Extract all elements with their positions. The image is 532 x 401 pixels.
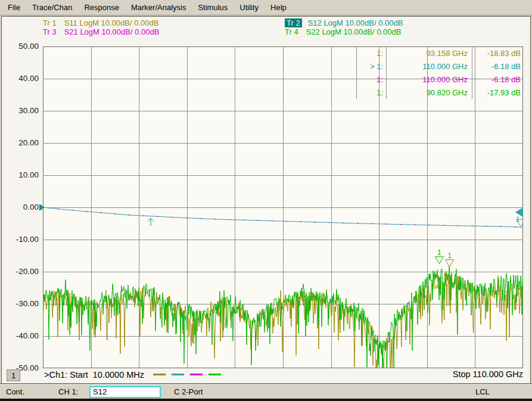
channel-badge[interactable]: 1 xyxy=(7,369,20,381)
local-remote-status: LCL xyxy=(475,387,490,396)
marker-value: -6.18 dB xyxy=(472,60,523,73)
trace-legend-row-2: Tr 3 S21 LogM 10.00dB/ 0.00dB Tr 4 S22 L… xyxy=(43,27,524,36)
stop-frequency-label[interactable]: Stop 110.000 GHz xyxy=(398,369,523,380)
trace-legend-row-1: Tr 1 S11 LogM 10.00dB/ 0.00dB Tr 2 S12 L… xyxy=(43,18,524,27)
trace-id-tr2[interactable]: Tr 2 xyxy=(285,18,302,27)
marker-frequency: 90.820 GHz xyxy=(386,86,472,99)
svg-text:1: 1 xyxy=(437,248,441,257)
screen-bottom-edge xyxy=(0,399,532,401)
y-axis-label: 50.00 xyxy=(4,42,39,51)
vna-application-window: File Trace/Chan Response Marker/Analysis… xyxy=(0,0,532,401)
stimulus-start-group: >Ch1: Start 10.0000 MHz xyxy=(44,369,221,380)
menu-bar: File Trace/Chan Response Marker/Analysis… xyxy=(0,0,532,15)
trace-id-tr4[interactable]: Tr 4 xyxy=(285,27,300,36)
trace-dash-tr4 xyxy=(209,374,221,375)
trace-status-tr4[interactable]: Tr 4 S22 LogM 10.00dB/ 0.00dB xyxy=(285,27,401,36)
svg-text:1: 1 xyxy=(447,251,452,260)
marker-readout-tr2: > 1: 110.000 GHz -6.18 dB xyxy=(356,60,523,73)
trace-format-tr1: S11 LogM 10.00dB/ 0.00dB xyxy=(64,18,159,27)
y-axis-label: -40.00 xyxy=(4,331,39,341)
trace-dash-tr2 xyxy=(172,374,184,375)
y-axis-label: 40.00 xyxy=(4,74,39,83)
marker-readout-table: 1: 93.158 GHz -18.83 dB > 1: 110.000 GHz… xyxy=(356,46,523,99)
menu-help[interactable]: Help xyxy=(265,1,293,14)
trace-dash-tr1 xyxy=(153,374,166,375)
marker-frequency: 110.000 GHz xyxy=(386,60,472,73)
measurement-field[interactable]: S12 xyxy=(89,386,161,398)
channel-label: CH 1: xyxy=(58,387,86,396)
y-axis-label: -10.00 xyxy=(4,235,39,244)
marker-frequency: 110.000 GHz xyxy=(386,73,472,86)
menu-file[interactable]: File xyxy=(2,1,26,14)
menu-trace-chan[interactable]: Trace/Chan xyxy=(26,1,78,14)
menu-marker-analysis[interactable]: Marker/Analysis xyxy=(125,1,192,14)
start-frequency-label[interactable]: >Ch1: Start 10.0000 MHz xyxy=(44,370,144,380)
marker-number: > 1: xyxy=(356,60,386,73)
trace-id-tr3[interactable]: Tr 3 xyxy=(43,27,58,36)
menu-response[interactable]: Response xyxy=(78,1,125,14)
y-axis-label: 0.00 xyxy=(4,203,39,212)
sweep-status: Cont. xyxy=(6,387,58,396)
marker-readout-tr1: 1: 93.158 GHz -18.83 dB xyxy=(356,46,523,60)
trace-format-tr3: S21 LogM 10.00dB/ 0.00dB xyxy=(64,27,160,36)
menu-utility[interactable]: Utility xyxy=(234,1,265,14)
y-axis-label: -30.00 xyxy=(4,299,39,309)
marker-value: -17.93 dB xyxy=(472,86,523,99)
marker-readout-tr4: 1: 90.820 GHz -17.93 dB xyxy=(356,86,523,99)
marker-number: 1: xyxy=(356,73,386,86)
trace-format-tr2: S12 LogM 10.00dB/ 0.00dB xyxy=(308,18,403,27)
trace-status-tr1[interactable]: Tr 1 S11 LogM 10.00dB/ 0.00dB xyxy=(43,18,285,27)
trace-id-tr1[interactable]: Tr 1 xyxy=(43,18,58,27)
menu-stimulus[interactable]: Stimulus xyxy=(192,1,234,14)
trace-format-tr4: S22 LogM 10.00dB/ 0.00dB xyxy=(306,27,402,36)
measurement-display: Tr 1 S11 LogM 10.00dB/ 0.00dB Tr 2 S12 L… xyxy=(1,16,531,384)
y-axis-label: 30.00 xyxy=(4,106,39,116)
marker-readout-tr3: 1: 110.000 GHz -6.18 dB xyxy=(356,73,523,86)
status-bar: Cont. CH 1: S12 C 2-Port LCL xyxy=(0,384,532,399)
y-axis-label: -20.00 xyxy=(4,267,39,276)
trace-dash-tr3 xyxy=(190,374,203,375)
marker-value: -6.18 dB xyxy=(472,73,523,86)
trace-status-tr2[interactable]: Tr 2 S12 LogM 10.00dB/ 0.00dB xyxy=(285,18,403,27)
trace-status-tr3[interactable]: Tr 3 S21 LogM 10.00dB/ 0.00dB xyxy=(43,27,285,36)
marker-value: -18.83 dB xyxy=(472,46,523,60)
marker-frequency: 93.158 GHz xyxy=(386,46,472,60)
marker-number: 1: xyxy=(356,86,386,99)
y-axis-label: 20.00 xyxy=(4,138,39,148)
y-axis-label: 10.00 xyxy=(4,170,39,180)
marker-number: 1: xyxy=(356,46,386,60)
calibration-status: C 2-Port xyxy=(174,387,203,396)
